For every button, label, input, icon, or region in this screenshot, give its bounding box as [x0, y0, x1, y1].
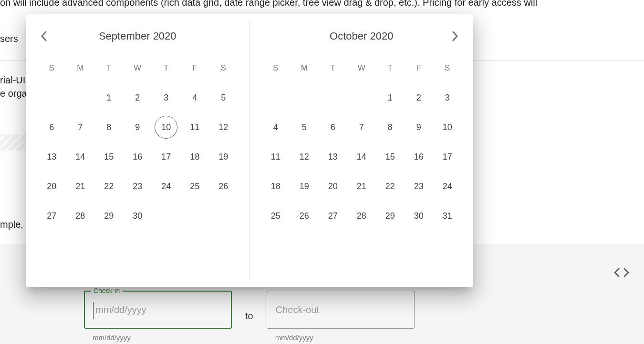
calendar-day[interactable]: 20 — [37, 172, 66, 201]
calendar-grid-right: SMTWTFS123456789101112131415161718192021… — [257, 53, 467, 231]
calendar-day[interactable]: 14 — [347, 142, 376, 172]
calendar-day[interactable]: 29 — [376, 201, 405, 231]
calendar-day[interactable]: 10 — [152, 112, 180, 142]
calendar-day[interactable]: 26 — [290, 201, 319, 231]
day-of-week-header: W — [347, 53, 376, 83]
calendar-day[interactable]: 15 — [94, 142, 123, 172]
checkin-input[interactable]: Check-in mm/dd/yyyy — [84, 291, 232, 329]
calendar-day[interactable]: 30 — [405, 201, 433, 231]
calendar-day[interactable]: 5 — [290, 112, 319, 142]
background-text-line: on will include advanced components (ric… — [0, 0, 615, 10]
calendar-day[interactable]: 7 — [347, 112, 376, 142]
checkout-helper-text: mm/dd/yyyy — [275, 334, 415, 342]
calendar-empty-cell — [290, 83, 319, 112]
calendar-day[interactable]: 1 — [94, 83, 123, 112]
checkin-label: Check-in — [91, 287, 123, 294]
day-of-week-header: S — [261, 53, 290, 83]
day-of-week-header: W — [123, 53, 152, 83]
calendar-day[interactable]: 12 — [209, 112, 238, 142]
calendar-day[interactable]: 17 — [152, 142, 180, 172]
calendar-day[interactable]: 5 — [209, 83, 238, 112]
range-separator-label: to — [245, 311, 253, 322]
calendar-day[interactable]: 25 — [180, 172, 209, 201]
calendar-day[interactable]: 16 — [123, 142, 152, 172]
calendar-day[interactable]: 9 — [123, 112, 152, 142]
calendar-empty-cell — [347, 83, 376, 112]
calendar-day[interactable]: 10 — [433, 112, 462, 142]
day-of-week-header: T — [319, 53, 347, 83]
calendar-day[interactable]: 12 — [290, 142, 319, 172]
calendar-grid-left: SMTWTFS123456789101112131415161718192021… — [32, 53, 243, 231]
month-title-left: September 2020 — [99, 30, 177, 42]
view-code-button[interactable] — [613, 267, 630, 278]
calendar-day[interactable]: 29 — [94, 201, 123, 231]
background-text-line: sers — [0, 33, 18, 44]
calendar-day[interactable]: 13 — [37, 142, 66, 172]
calendar-day[interactable]: 3 — [152, 83, 180, 112]
day-of-week-header: S — [209, 53, 238, 83]
background-text-line: rial-UI — [0, 75, 25, 86]
calendar-day[interactable]: 9 — [405, 112, 433, 142]
calendar-day[interactable]: 7 — [66, 112, 94, 142]
calendar-day[interactable]: 4 — [261, 112, 290, 142]
day-of-week-header: T — [376, 53, 405, 83]
calendar-day[interactable]: 8 — [376, 112, 405, 142]
background-text-line: e orga — [0, 88, 27, 99]
calendar-day[interactable]: 1 — [376, 83, 405, 112]
calendar-day[interactable]: 30 — [123, 201, 152, 231]
calendar-day[interactable]: 19 — [290, 172, 319, 201]
prev-month-button[interactable] — [34, 27, 53, 46]
day-of-week-header: T — [94, 53, 123, 83]
calendar-day[interactable]: 24 — [433, 172, 462, 201]
calendar-day[interactable]: 23 — [405, 172, 433, 201]
month-title-right: October 2020 — [330, 30, 393, 42]
calendar-day[interactable]: 2 — [405, 83, 433, 112]
checkin-placeholder: mm/dd/yyyy — [95, 304, 146, 315]
calendar-day[interactable]: 28 — [347, 201, 376, 231]
calendar-day[interactable]: 21 — [347, 172, 376, 201]
month-panel-right: October 2020 SMTWTFS12345678910111213141… — [250, 14, 474, 287]
calendar-empty-cell — [261, 83, 290, 112]
text-caret — [93, 302, 93, 319]
calendar-day[interactable]: 18 — [261, 172, 290, 201]
date-range-popup: September 2020 SMTWTFS123456789101112131… — [26, 14, 473, 287]
calendar-day[interactable]: 31 — [433, 201, 462, 231]
calendar-day[interactable]: 2 — [123, 83, 152, 112]
calendar-day[interactable]: 19 — [209, 142, 238, 172]
calendar-day[interactable]: 22 — [376, 172, 405, 201]
calendar-day[interactable]: 11 — [180, 112, 209, 142]
calendar-day[interactable]: 27 — [37, 201, 66, 231]
next-month-button[interactable] — [446, 27, 465, 46]
checkout-input[interactable]: Check-out — [267, 291, 415, 329]
calendar-empty-cell — [319, 83, 347, 112]
calendar-day[interactable]: 27 — [319, 201, 347, 231]
day-of-week-header: T — [152, 53, 180, 83]
day-of-week-header: S — [37, 53, 66, 83]
calendar-day[interactable]: 13 — [319, 142, 347, 172]
calendar-day[interactable]: 8 — [94, 112, 123, 142]
calendar-day[interactable]: 16 — [405, 142, 433, 172]
calendar-day[interactable]: 21 — [66, 172, 94, 201]
calendar-day[interactable]: 11 — [261, 142, 290, 172]
calendar-empty-cell — [37, 83, 66, 112]
day-of-week-header: S — [433, 53, 462, 83]
calendar-day[interactable]: 24 — [152, 172, 180, 201]
calendar-day[interactable]: 17 — [433, 142, 462, 172]
calendar-day[interactable]: 4 — [180, 83, 209, 112]
calendar-day[interactable]: 23 — [123, 172, 152, 201]
background-stripe — [0, 134, 29, 151]
calendar-day[interactable]: 20 — [319, 172, 347, 201]
calendar-day[interactable]: 6 — [319, 112, 347, 142]
calendar-day[interactable]: 18 — [180, 142, 209, 172]
calendar-day[interactable]: 25 — [261, 201, 290, 231]
day-of-week-header: M — [290, 53, 319, 83]
calendar-day[interactable]: 15 — [376, 142, 405, 172]
calendar-day[interactable]: 14 — [66, 142, 94, 172]
calendar-day[interactable]: 22 — [94, 172, 123, 201]
calendar-day[interactable]: 28 — [66, 201, 94, 231]
calendar-day[interactable]: 6 — [37, 112, 66, 142]
calendar-day[interactable]: 3 — [433, 83, 462, 112]
calendar-day[interactable]: 26 — [209, 172, 238, 201]
day-of-week-header: M — [66, 53, 94, 83]
date-range-inputs: Check-in mm/dd/yyyy mm/dd/yyyy to Check-… — [84, 291, 415, 342]
